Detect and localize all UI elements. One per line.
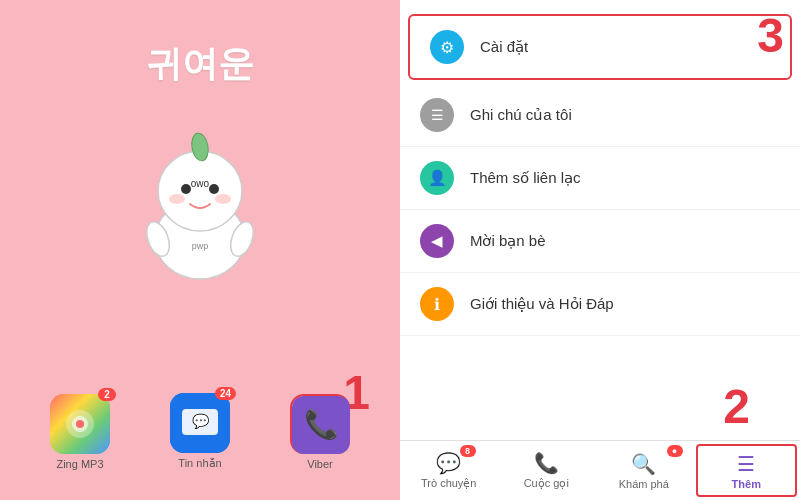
explore-badge: ● (667, 445, 683, 457)
contacts-icon: 👤 (420, 161, 454, 195)
settings-label: Cài đặt (480, 38, 528, 56)
left-panel: 귀여운 owo pwp 1 (0, 0, 400, 500)
nav-chat[interactable]: 8 💬 Trò chuyện (400, 441, 498, 500)
svg-point-7 (169, 194, 185, 204)
call-label: Cuộc gọi (524, 477, 569, 490)
menu-item-notes[interactable]: ☰ Ghi chú của tôi (400, 84, 800, 147)
svg-text:💬: 💬 (192, 413, 210, 430)
zing-icon: 2 (50, 394, 110, 454)
settings-icon: ⚙ (430, 30, 464, 64)
viber-label: Viber (307, 458, 332, 470)
menu-list: 3 ⚙ Cài đặt ☰ Ghi chú của tôi 👤 Thêm số … (400, 0, 800, 440)
svg-point-1 (158, 151, 242, 231)
svg-text:pwp: pwp (192, 241, 209, 251)
tinnhan-label: Tin nhắn (178, 457, 221, 470)
contacts-label: Thêm số liên lạc (470, 169, 581, 187)
apps-row: 2 Zing MP3 💬 24 Tin nhắn (0, 393, 400, 470)
app-viber[interactable]: 📞 Viber (290, 394, 350, 470)
svg-point-5 (209, 184, 219, 194)
chat-icon: 💬 (436, 451, 461, 475)
explore-label: Khám phá (619, 478, 669, 490)
svg-text:owo: owo (191, 178, 210, 189)
svg-point-8 (215, 194, 231, 204)
label-3: 3 (757, 8, 784, 63)
tinnhan-icon: 💬 24 (170, 393, 230, 453)
svg-point-15 (76, 420, 84, 428)
more-icon: ☰ (737, 452, 755, 476)
menu-item-about[interactable]: ℹ Giới thiệu và Hỏi Đáp (400, 273, 800, 336)
about-icon: ℹ (420, 287, 454, 321)
menu-item-settings[interactable]: ⚙ Cài đặt (408, 14, 792, 80)
svg-text:📞: 📞 (304, 408, 339, 441)
nav-more[interactable]: ☰ Thêm (696, 444, 798, 497)
explore-icon: 🔍 (631, 452, 656, 476)
bottom-nav: 8 💬 Trò chuyện 📞 Cuộc gọi ● 🔍 Khám phá ☰… (400, 440, 800, 500)
label-2: 2 (723, 379, 750, 434)
about-label: Giới thiệu và Hỏi Đáp (470, 295, 614, 313)
call-icon: 📞 (534, 451, 559, 475)
nav-call[interactable]: 📞 Cuộc gọi (498, 441, 596, 500)
zing-badge: 2 (98, 388, 116, 401)
right-panel: 3 ⚙ Cài đặt ☰ Ghi chú của tôi 👤 Thêm số … (400, 0, 800, 500)
menu-item-invite[interactable]: ◀ Mời bạn bè (400, 210, 800, 273)
viber-icon: 📞 (290, 394, 350, 454)
app-tinnhan[interactable]: 💬 24 Tin nhắn (170, 393, 230, 470)
svg-point-4 (181, 184, 191, 194)
more-label: Thêm (732, 478, 761, 490)
invite-label: Mời bạn bè (470, 232, 546, 250)
right-wrapper: 3 ⚙ Cài đặt ☰ Ghi chú của tôi 👤 Thêm số … (400, 0, 800, 500)
character-image: owo pwp (120, 109, 280, 289)
notes-icon: ☰ (420, 98, 454, 132)
app-zing[interactable]: 2 Zing MP3 (50, 394, 110, 470)
chat-label: Trò chuyện (421, 477, 477, 490)
zing-label: Zing MP3 (56, 458, 103, 470)
tinnhan-badge: 24 (215, 387, 236, 400)
chat-badge: 8 (460, 445, 476, 457)
notes-label: Ghi chú của tôi (470, 106, 572, 124)
menu-item-contacts[interactable]: 👤 Thêm số liên lạc (400, 147, 800, 210)
korean-text: 귀여운 (146, 40, 254, 89)
nav-explore[interactable]: ● 🔍 Khám phá (595, 441, 693, 500)
invite-icon: ◀ (420, 224, 454, 258)
